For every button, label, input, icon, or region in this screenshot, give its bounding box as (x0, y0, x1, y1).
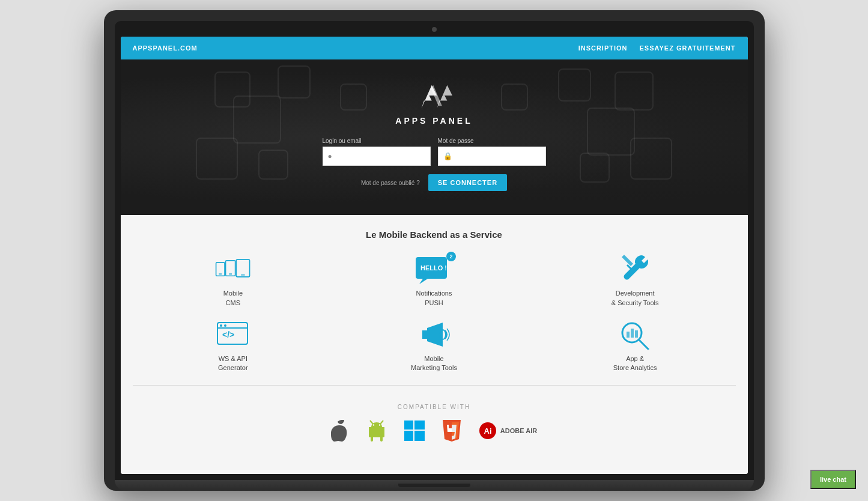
marketing-icon (416, 320, 452, 350)
svg-text:</>: </> (222, 330, 234, 339)
login-input[interactable] (336, 152, 425, 160)
apple-icon (331, 420, 349, 442)
feature-notifications: HELLO ! 2 NotificationsPUSH (389, 254, 479, 308)
notification-badge: 2 (446, 252, 456, 261)
logo-text: APPS PANEL (395, 116, 472, 126)
essayez-link[interactable]: ESSAYEZ GRATUITEMENT (640, 44, 736, 52)
laptop-notch (398, 484, 470, 487)
android-icon (367, 420, 386, 442)
screen: APPSPANEL.COM INSCRIPTION ESSAYEZ GRATUI… (121, 37, 748, 474)
password-field-group: Mot de passe 🔒 (438, 138, 546, 166)
nav-links: INSCRIPTION ESSAYEZ GRATUITEMENT (578, 44, 736, 52)
login-form: Login ou email ● Mot de passe 🔒 (133, 138, 736, 191)
windows-icon (404, 421, 425, 441)
svg-rect-23 (635, 330, 638, 338)
mobile-cms-icon (215, 254, 251, 284)
login-input-wrapper: ● (323, 147, 431, 166)
svg-text:Ai: Ai (484, 427, 491, 436)
marketing-label: MobileMarketing Tools (411, 354, 457, 373)
login-field-group: Login ou email ● (323, 138, 431, 166)
svg-rect-33 (404, 431, 413, 441)
hero-section: APPS PANEL Login ou email ● Mot (121, 59, 748, 215)
features-row-2: </> WS & APIGenerator (133, 320, 736, 373)
feature-mobile-cms: MobileCMS (188, 254, 278, 308)
feature-dev-security: Development& Security Tools (590, 254, 680, 308)
logo-icon (413, 77, 455, 114)
svg-point-15 (220, 324, 222, 327)
analytics-icon (617, 320, 653, 350)
svg-rect-21 (627, 332, 630, 338)
password-label: Mot de passe (438, 138, 546, 144)
notifications-icon: HELLO ! 2 (416, 254, 452, 284)
login-label: Login ou email (323, 138, 431, 144)
svg-point-16 (224, 324, 226, 327)
user-icon: ● (328, 152, 332, 160)
svg-rect-7 (236, 260, 249, 277)
section-divider (133, 385, 736, 386)
feature-ws-api: </> WS & APIGenerator (188, 320, 278, 373)
feature-marketing: MobileMarketing Tools (389, 320, 479, 373)
dev-security-label: Development& Security Tools (612, 289, 659, 308)
form-fields: Login ou email ● Mot de passe 🔒 (323, 138, 546, 166)
notifications-label: NotificationsPUSH (416, 289, 452, 308)
laptop-base (115, 480, 754, 491)
compat-section: COMPATIBLE WITH (133, 398, 736, 460)
ws-api-label: WS & APIGenerator (218, 354, 248, 373)
svg-point-29 (373, 424, 374, 425)
adobe-air-text: ADOBE AIR (500, 427, 537, 434)
password-input-wrapper: 🔒 (438, 147, 546, 166)
password-input[interactable] (456, 152, 541, 160)
camera (432, 27, 437, 32)
top-nav: APPSPANEL.COM INSCRIPTION ESSAYEZ GRATUI… (121, 37, 748, 59)
svg-rect-22 (631, 329, 634, 338)
features-row-1: MobileCMS HELLO ! (133, 254, 736, 308)
svg-marker-10 (419, 279, 428, 284)
features-title: Le Mobile Backend as a Service (133, 229, 736, 240)
compat-icons: Ai ADOBE AIR (145, 420, 724, 442)
svg-line-20 (639, 340, 649, 350)
html5-icon (443, 420, 461, 442)
feature-analytics: App &Store Analytics (590, 320, 680, 373)
screen-bezel: APPSPANEL.COM INSCRIPTION ESSAYEZ GRATUI… (115, 21, 754, 480)
compat-title: COMPATIBLE WITH (145, 404, 724, 410)
inscription-link[interactable]: INSCRIPTION (578, 44, 628, 52)
logo: APPS PANEL (395, 77, 472, 126)
dev-security-icon (617, 254, 653, 284)
svg-line-28 (380, 421, 383, 425)
ws-api-icon: </> (215, 320, 251, 350)
lock-icon: 🔒 (443, 152, 452, 160)
analytics-label: App &Store Analytics (613, 354, 657, 373)
svg-point-30 (379, 424, 380, 425)
forgot-connect-row: Mot de passe oublié ? SE CONNECTER (361, 174, 507, 191)
laptop-frame: APPSPANEL.COM INSCRIPTION ESSAYEZ GRATUI… (104, 10, 765, 491)
svg-rect-34 (414, 431, 425, 441)
nav-brand: APPSPANEL.COM (133, 44, 198, 52)
svg-line-27 (370, 421, 374, 425)
live-chat-button[interactable]: live chat (810, 470, 856, 489)
features-section: Le Mobile Backend as a Service (121, 215, 748, 474)
svg-rect-32 (414, 421, 425, 430)
svg-rect-24 (369, 427, 384, 437)
svg-rect-31 (404, 421, 413, 430)
svg-line-12 (627, 265, 632, 270)
mobile-cms-label: MobileCMS (223, 289, 243, 308)
connect-button[interactable]: SE CONNECTER (428, 174, 507, 191)
forgot-text[interactable]: Mot de passe oublié ? (361, 180, 420, 186)
svg-text:HELLO !: HELLO ! (420, 264, 447, 272)
adobe-air-icon: Ai ADOBE AIR (479, 422, 537, 440)
